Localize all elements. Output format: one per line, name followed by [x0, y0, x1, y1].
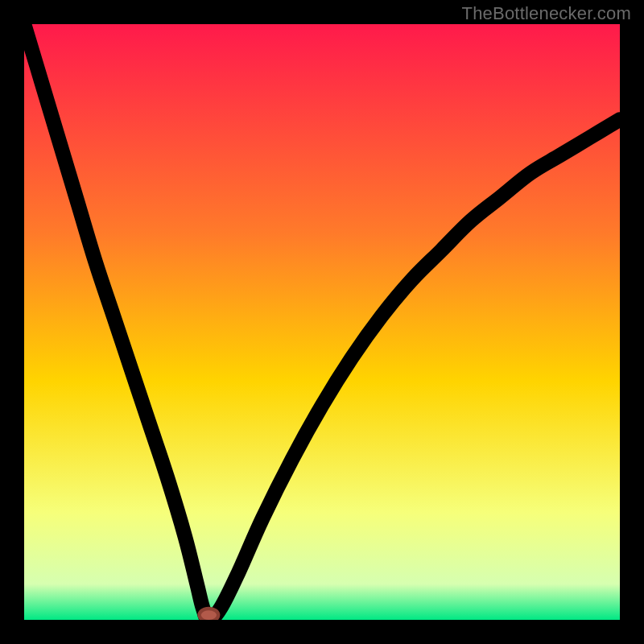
optimal-point-marker — [200, 609, 219, 620]
plot-svg — [24, 24, 620, 620]
chart-stage: TheBottlenecker.com — [0, 0, 644, 644]
watermark-text: TheBottlenecker.com — [462, 3, 631, 24]
plot-area — [24, 24, 620, 620]
